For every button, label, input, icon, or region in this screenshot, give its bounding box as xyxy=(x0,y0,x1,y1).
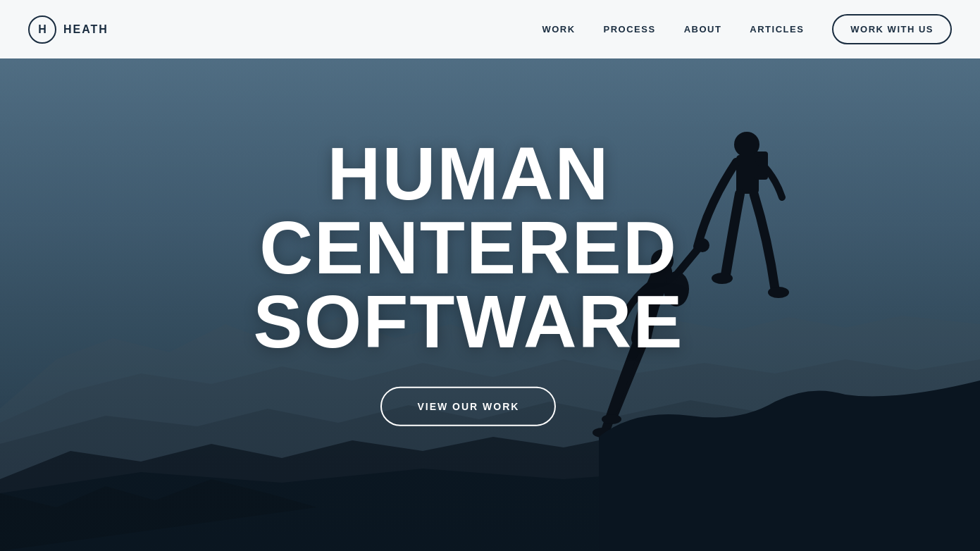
nav-link-about[interactable]: ABOUT xyxy=(684,24,722,35)
nav-link-articles[interactable]: ARTICLES xyxy=(750,24,804,35)
nav-link-process[interactable]: PROCESS xyxy=(604,24,656,35)
hero-title-line2: CENTERED xyxy=(259,206,678,289)
page-wrapper: H HEATH WORK PROCESS ABOUT ARTICLES WORK… xyxy=(0,0,980,551)
hero-content: HUMAN CENTERED SOFTWARE VIEW OUR WORK xyxy=(253,137,683,426)
hero-cta-button[interactable]: VIEW OUR WORK xyxy=(380,387,556,426)
navbar: H HEATH WORK PROCESS ABOUT ARTICLES WORK… xyxy=(0,0,980,58)
hero-title: HUMAN CENTERED SOFTWARE xyxy=(253,137,683,359)
svg-point-9 xyxy=(695,238,709,252)
nav-cta-button[interactable]: WORK WITH US xyxy=(832,14,952,44)
hero-title-line3: SOFTWARE xyxy=(253,280,683,363)
logo-name: HEATH xyxy=(63,23,108,36)
svg-point-5 xyxy=(712,273,733,284)
nav-links: WORK PROCESS ABOUT ARTICLES WORK WITH US xyxy=(542,14,952,44)
svg-point-6 xyxy=(768,287,789,298)
logo-letter: H xyxy=(38,23,46,36)
logo-circle: H xyxy=(28,16,56,44)
hero-title-line1: HUMAN xyxy=(328,132,610,215)
logo[interactable]: H HEATH xyxy=(28,16,108,44)
nav-link-work[interactable]: WORK xyxy=(542,24,575,35)
